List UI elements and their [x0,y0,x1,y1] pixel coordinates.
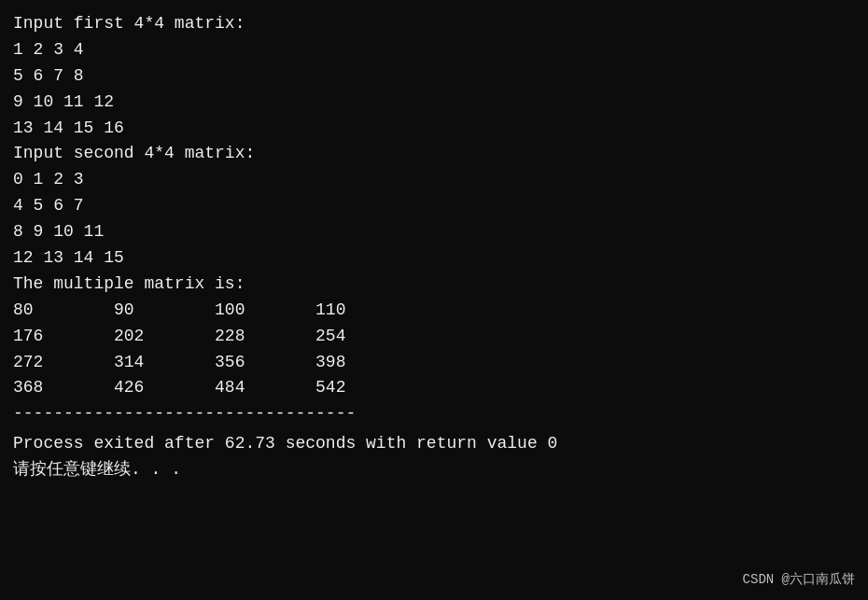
line-8: 4 5 6 7 [13,193,855,219]
press-key-line: 请按任意键继续. . . [13,457,855,483]
line-13: 176 202 228 254 [13,324,855,350]
line-2: 1 2 3 4 [13,37,855,63]
line-4: 9 10 11 12 [13,90,855,116]
line-5: 13 14 15 16 [13,116,855,142]
terminal-output: Input first 4*4 matrix: 1 2 3 4 5 6 7 8 … [13,11,855,483]
divider-line: ---------------------------------- [13,401,855,427]
line-9: 8 9 10 11 [13,219,855,245]
line-15: 368 426 484 542 [13,375,855,401]
process-exit-line: Process exited after 62.73 seconds with … [13,431,855,457]
line-14: 272 314 356 398 [13,350,855,376]
line-1: Input first 4*4 matrix: [13,11,855,37]
line-10: 12 13 14 15 [13,245,855,272]
line-11: The multiple matrix is: [13,272,855,298]
line-7: 0 1 2 3 [13,167,855,193]
line-6: Input second 4*4 matrix: [13,141,855,167]
line-12: 80 90 100 110 [13,298,855,324]
watermark: CSDN @六口南瓜饼 [743,570,855,591]
terminal-window: Input first 4*4 matrix: 1 2 3 4 5 6 7 8 … [0,0,868,600]
line-3: 5 6 7 8 [13,63,855,90]
